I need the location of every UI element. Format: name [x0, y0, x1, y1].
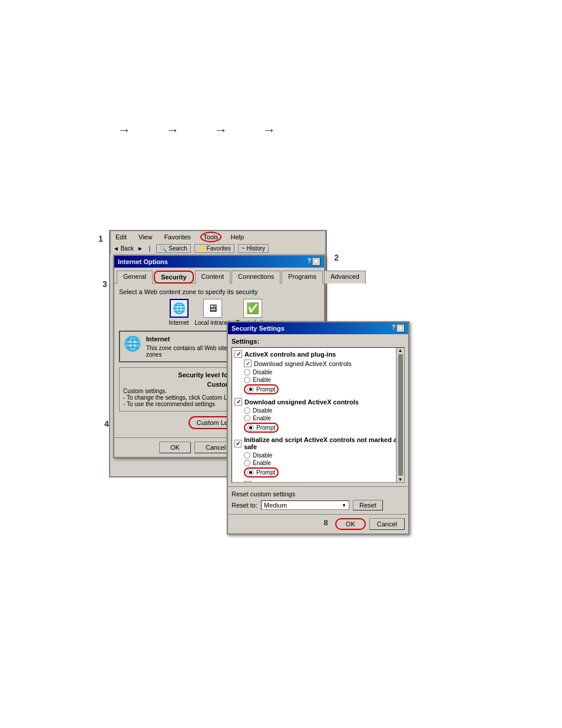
disable-label-3: Disable	[253, 452, 272, 459]
partial-label: Run inactive controls and plug-ins	[254, 482, 342, 483]
prompt-radio-1[interactable]	[247, 386, 254, 393]
reset-to-label: Reset to:	[232, 502, 257, 509]
download-unsigned-label: Download unsigned ActiveX controls	[244, 398, 359, 406]
back-btn[interactable]: ◄ Back	[113, 245, 134, 252]
prompt-radio-2[interactable]	[247, 424, 254, 431]
enable-radio-1[interactable]	[244, 377, 250, 383]
enable-option-1[interactable]: Enable	[244, 377, 402, 383]
step2-indicator: 2	[334, 253, 339, 262]
security-settings-title: Security Settings	[232, 325, 285, 332]
tab-connections[interactable]: Connections	[232, 271, 280, 284]
favorites-btn[interactable]: ⭐ Favorites	[194, 244, 234, 253]
search-btn[interactable]: 🔍 Search	[156, 244, 190, 253]
arrow-4: →	[263, 123, 276, 138]
ss-help-btn[interactable]: ?	[392, 324, 395, 332]
activex-checkbox[interactable]: ✓	[234, 350, 242, 358]
reset-section-label: Reset custom settings	[232, 490, 405, 498]
prompt-circled-3[interactable]: Prompt	[244, 467, 279, 477]
history-label: ~ HIstory	[242, 245, 265, 252]
reset-row: Reset to: Medium ▼ Reset	[232, 500, 405, 510]
scroll-up[interactable]: ▲	[398, 348, 403, 353]
reset-to-value: Medium	[264, 502, 287, 509]
download-signed-checkbox[interactable]: ✓	[244, 360, 252, 367]
step1-indicator: 1	[98, 234, 103, 243]
close-btn[interactable]: ✕	[312, 258, 320, 266]
prompt-option-2[interactable]: 6 Prompt	[244, 423, 402, 433]
tab-programs[interactable]: Programs	[282, 271, 323, 284]
menu-edit[interactable]: Edit	[113, 233, 129, 241]
settings-content: Settings: ✓ ActiveX controls and plug-in…	[228, 334, 408, 486]
security-cancel-button[interactable]: Cancel	[369, 518, 405, 530]
initialize-header: ✓ Initialize and script ActiveX controls…	[234, 436, 402, 450]
download-unsigned-checkbox[interactable]: ✓	[234, 398, 242, 406]
intranet-label: Local intranet	[195, 319, 230, 326]
menu-view[interactable]: View	[136, 233, 155, 241]
disable-radio-2[interactable]	[244, 407, 250, 414]
tab-general[interactable]: General	[117, 271, 153, 284]
enable-radio-2[interactable]	[244, 415, 250, 421]
partial-checkbox[interactable]: ✓	[244, 481, 252, 483]
security-settings-dialog: Security Settings ? ✕ Settings: ✓ Active…	[227, 321, 409, 535]
ss-close-btn[interactable]: ✕	[396, 324, 405, 332]
disable-radio-1[interactable]	[244, 369, 250, 375]
security-ok-button[interactable]: OK	[335, 518, 366, 530]
disable-option-3[interactable]: Disable	[244, 452, 402, 459]
disable-label-2: Disable	[253, 407, 272, 414]
tab-security[interactable]: Security	[154, 271, 193, 284]
internet-icon: 🌐	[170, 299, 189, 318]
tab-content[interactable]: Content	[195, 271, 231, 284]
scrollbar[interactable]: ▲ ▼	[396, 348, 404, 482]
prompt-label-2: Prompt	[256, 424, 275, 431]
prompt-option-1[interactable]: 5 Prompt	[244, 384, 402, 394]
internet-label: Internet	[169, 319, 189, 326]
reset-section: Reset custom settings Reset to: Medium ▼…	[228, 486, 408, 514]
forward-btn[interactable]: ►	[137, 245, 143, 252]
prompt-option-3[interactable]: 7 Prompt	[244, 467, 402, 477]
enable-label-1: Enable	[253, 377, 271, 383]
prompt-circled-2[interactable]: Prompt	[244, 423, 279, 433]
ok-button[interactable]: OK	[159, 442, 191, 453]
menu-favorites[interactable]: Favorites	[162, 233, 193, 241]
download-unsigned-header: ✓ Download unsigned ActiveX controls	[234, 398, 402, 406]
enable-option-3[interactable]: Enable	[244, 460, 402, 466]
reset-dropdown[interactable]: Medium ▼	[261, 500, 349, 510]
step8-indicator: 8	[324, 518, 328, 530]
menu-tools[interactable]: Tools	[200, 232, 222, 242]
security-settings-titlebar: Security Settings ? ✕	[228, 322, 408, 334]
download-signed-header: ✓ Download signed ActiveX controls	[244, 360, 402, 367]
disable-option-1[interactable]: Disable	[244, 369, 402, 375]
enable-radio-3[interactable]	[244, 460, 250, 466]
scroll-thumb[interactable]	[398, 354, 403, 476]
zone-local-intranet[interactable]: 🖥 Local intranet	[195, 299, 230, 326]
reset-button[interactable]: Reset	[353, 500, 383, 510]
help-btn[interactable]: ?	[308, 258, 311, 266]
arrows-row: → → → →	[118, 123, 276, 138]
disable-label-1: Disable	[253, 369, 272, 375]
initialize-group: ✓ Initialize and script ActiveX controls…	[234, 436, 402, 477]
step4-indicator: 4	[104, 419, 109, 429]
history-btn[interactable]: ~ HIstory	[238, 244, 269, 253]
disable-radio-3[interactable]	[244, 452, 250, 459]
ie-menu-bar: Edit View Favorites Tools Help	[110, 231, 326, 243]
prompt-circled-1[interactable]: Prompt	[244, 384, 279, 394]
menu-help[interactable]: Help	[229, 233, 247, 241]
partial-item: ✓ Run inactive controls and plug-ins	[244, 481, 402, 483]
ie-toolbar: ◄ Back ► | 🔍 Search ⭐ Favorites ~ HIstor…	[110, 243, 326, 254]
enable-label-3: Enable	[253, 460, 271, 466]
zone-internet[interactable]: 🌐 Internet	[169, 299, 189, 326]
prompt-radio-3[interactable]	[247, 469, 254, 476]
zone-label: Select a Web content zone to specify its…	[119, 288, 319, 295]
download-unsigned-group: ✓ Download unsigned ActiveX controls Dis…	[234, 398, 402, 433]
initialize-label: Initialize and script ActiveX controls n…	[244, 436, 402, 450]
settings-label: Settings:	[232, 338, 405, 345]
disable-option-2[interactable]: Disable	[244, 407, 402, 414]
tab-advanced[interactable]: Advanced	[324, 271, 366, 284]
enable-option-2[interactable]: Enable	[244, 415, 402, 421]
initialize-checkbox[interactable]: ✓	[234, 440, 242, 447]
scroll-down[interactable]: ▼	[398, 477, 403, 482]
activex-header: ✓ ActiveX controls and plug-ins	[234, 350, 402, 358]
prompt-label-3: Prompt	[256, 469, 275, 476]
activex-label: ActiveX controls and plug-ins	[244, 351, 336, 358]
dialog-title: Internet Options	[118, 258, 168, 265]
activex-group: ✓ ActiveX controls and plug-ins ✓ Downlo…	[234, 350, 402, 394]
